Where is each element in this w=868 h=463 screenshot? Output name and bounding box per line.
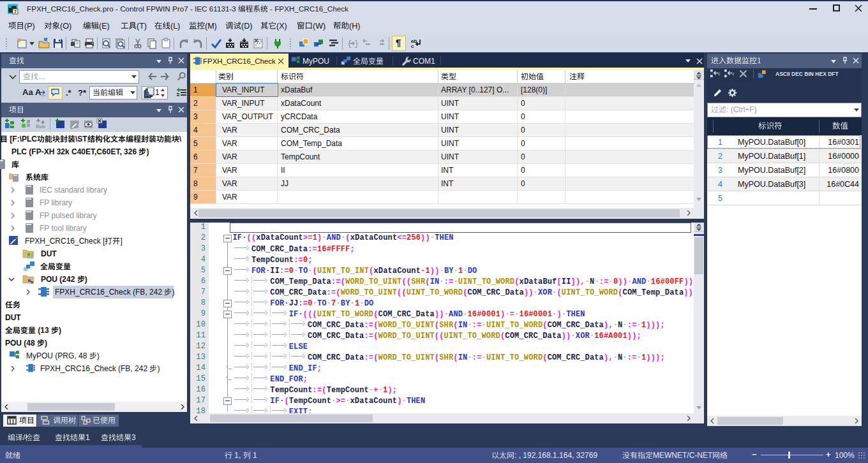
svg-text:{: {	[347, 40, 352, 48]
svg-text:c: c	[732, 71, 735, 76]
svg-text:c: c	[718, 71, 721, 76]
svg-text:7: 7	[14, 10, 17, 14]
svg-text:}: }	[354, 40, 358, 48]
svg-text:c: c	[411, 43, 414, 49]
